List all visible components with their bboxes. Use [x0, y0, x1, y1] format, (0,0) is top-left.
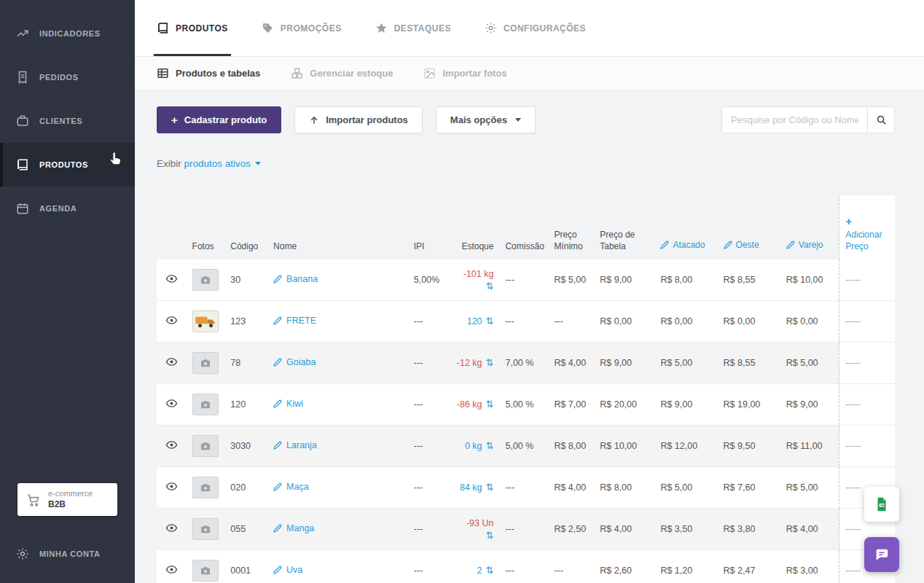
- ecommerce-b2b-card[interactable]: e-commerce B2B: [17, 483, 117, 516]
- visibility-eye-icon[interactable]: [165, 356, 178, 368]
- filter-produtos-ativos-dropdown[interactable]: produtos ativos: [184, 158, 262, 169]
- visibility-eye-icon[interactable]: [165, 480, 178, 493]
- product-stock-link[interactable]: -101 kg ⇅: [455, 269, 493, 291]
- product-preco-atacado: R$ 5,00: [654, 467, 717, 509]
- sub-tabbar: Produtos e tabelas Gerenciar estoque Imp…: [135, 57, 924, 90]
- column-header-adicionar-preco[interactable]: + Adicionar Preço: [839, 195, 895, 259]
- mais-opcoes-button[interactable]: Mais opções: [436, 106, 536, 133]
- pencil-icon: [273, 524, 282, 533]
- subtab-produtos-e-tabelas[interactable]: Produtos e tabelas: [157, 67, 260, 79]
- stock-transfer-icon[interactable]: ⇅: [486, 531, 494, 540]
- stock-transfer-icon[interactable]: ⇅: [486, 358, 494, 368]
- stock-transfer-icon[interactable]: ⇅: [486, 316, 494, 326]
- product-name-link[interactable]: Kiwi: [273, 399, 303, 409]
- product-photo-thumb[interactable]: [192, 435, 219, 457]
- sidebar-item-indicadores[interactable]: INDICADORES: [0, 12, 135, 55]
- product-photo-thumb[interactable]: [192, 477, 219, 498]
- sidebar-item-produtos[interactable]: PRODUTOS: [0, 143, 135, 187]
- visibility-eye-icon[interactable]: [165, 273, 178, 285]
- cadastrar-produto-button[interactable]: + Cadastrar produto: [157, 106, 281, 133]
- visibility-eye-icon[interactable]: [165, 439, 178, 451]
- visibility-eye-icon[interactable]: [165, 563, 178, 576]
- product-code: 30: [224, 259, 267, 301]
- chevron-down-icon: [255, 162, 261, 165]
- product-photo-thumb[interactable]: [192, 560, 219, 582]
- column-header-varejo[interactable]: Varejo: [780, 195, 839, 259]
- stock-transfer-icon[interactable]: ⇅: [486, 482, 494, 493]
- stock-transfer-icon[interactable]: ⇅: [486, 441, 494, 451]
- sidebar-item-label: PEDIDOS: [39, 73, 79, 82]
- tab-configuracoes[interactable]: CONFIGURAÇÕES: [485, 0, 586, 56]
- column-header-atacado[interactable]: Atacado: [654, 195, 717, 259]
- product-code: 123: [224, 301, 267, 343]
- camera-icon: [200, 482, 211, 493]
- product-preco-tabela: R$ 10,00: [594, 426, 654, 467]
- product-preco-oeste: R$ 3,80: [718, 509, 780, 550]
- importar-produtos-button[interactable]: Importar produtos: [294, 106, 423, 133]
- product-photo-thumb[interactable]: [192, 310, 219, 332]
- product-photo-thumb[interactable]: [192, 352, 219, 374]
- product-name-link[interactable]: Manga: [273, 523, 314, 533]
- subtab-gerenciar-estoque[interactable]: Gerenciar estoque: [291, 67, 393, 79]
- stock-transfer-icon[interactable]: ⇅: [486, 566, 494, 576]
- search-icon: [876, 114, 887, 125]
- product-stock-link[interactable]: -93 Un ⇅: [455, 518, 493, 540]
- column-header-oeste[interactable]: Oeste: [718, 195, 780, 259]
- camera-icon: [200, 440, 211, 452]
- visibility-eye-icon[interactable]: [165, 522, 178, 534]
- product-stock-link[interactable]: 120 ⇅: [467, 316, 494, 326]
- tab-promocoes[interactable]: PROMOÇÕES: [262, 0, 342, 56]
- sidebar: INDICADORES PEDIDOS CLIENTES PRODUTOS: [0, 0, 135, 583]
- add-price-cell[interactable]: -----: [839, 384, 895, 426]
- visibility-eye-icon[interactable]: [165, 314, 178, 326]
- product-name-link[interactable]: FRETE: [273, 316, 316, 326]
- add-price-cell[interactable]: -----: [839, 301, 895, 343]
- product-name-link[interactable]: Laranja: [273, 440, 317, 450]
- visibility-eye-icon[interactable]: [165, 397, 178, 410]
- product-stock-link[interactable]: -86 kg ⇅: [457, 399, 494, 410]
- add-price-cell[interactable]: -----: [839, 259, 895, 301]
- plus-icon: +: [171, 114, 178, 126]
- tab-produtos[interactable]: PRODUTOS: [157, 0, 228, 56]
- product-stock-link[interactable]: 0 kg ⇅: [465, 441, 494, 451]
- sidebar-item-clientes[interactable]: CLIENTES: [0, 99, 135, 143]
- cart-icon: [26, 493, 41, 507]
- spreadsheet-export-button[interactable]: [864, 487, 899, 522]
- chat-widget-button[interactable]: [864, 537, 899, 572]
- add-price-cell[interactable]: -----: [839, 426, 895, 467]
- sidebar-item-agenda[interactable]: AGENDA: [0, 187, 135, 230]
- b2b-label: B2B: [48, 499, 93, 510]
- plus-icon: +: [845, 216, 889, 227]
- product-ipi: ---: [408, 550, 447, 583]
- stock-boxes-icon: [291, 67, 303, 79]
- product-preco-minimo: R$ 4,00: [548, 467, 594, 509]
- product-name-link[interactable]: Goiaba: [273, 357, 316, 367]
- tab-destaques[interactable]: DESTAQUES: [375, 0, 451, 56]
- sidebar-item-minha-conta[interactable]: MINHA CONTA: [0, 532, 135, 576]
- product-photo-thumb[interactable]: [192, 518, 219, 540]
- product-preco-varejo: R$ 3,00: [780, 550, 839, 583]
- column-header-fotos: Fotos: [187, 195, 225, 259]
- product-preco-oeste: R$ 0,00: [718, 301, 780, 343]
- product-photo-thumb[interactable]: [192, 394, 219, 415]
- product-photo-thumb[interactable]: [192, 269, 219, 291]
- product-preco-varejo: R$ 5,00: [780, 343, 839, 384]
- camera-icon: [200, 523, 211, 535]
- search-input[interactable]: [721, 106, 867, 133]
- stock-transfer-icon[interactable]: ⇅: [486, 281, 494, 291]
- column-header-nome: Nome: [267, 195, 408, 259]
- product-comissao: ---: [499, 301, 548, 343]
- add-price-cell[interactable]: -----: [839, 343, 895, 384]
- sidebar-item-pedidos[interactable]: PEDIDOS: [0, 55, 135, 99]
- search-button[interactable]: [867, 106, 895, 133]
- subtab-importar-fotos[interactable]: Importar fotos: [423, 67, 506, 79]
- product-stock-link[interactable]: -12 kg ⇅: [457, 358, 494, 368]
- product-name-link[interactable]: Maça: [273, 482, 309, 492]
- product-name-link[interactable]: Uva: [273, 565, 302, 575]
- product-comissao: 5,00 %: [499, 384, 548, 426]
- product-stock-link[interactable]: 2 ⇅: [477, 566, 494, 576]
- product-preco-varejo: R$ 9,00: [780, 384, 839, 426]
- stock-transfer-icon[interactable]: ⇅: [486, 399, 494, 410]
- product-name-link[interactable]: Banana: [273, 274, 318, 284]
- product-stock-link[interactable]: 84 kg ⇅: [460, 482, 494, 493]
